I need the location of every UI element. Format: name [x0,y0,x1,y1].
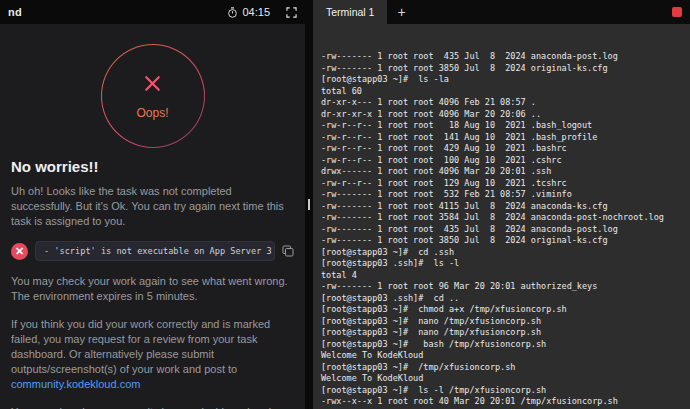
terminal-line: -rw------- 1 root root 3850 Jul 8 2024 o… [321,235,686,247]
terminal-line: total 4 [321,270,686,282]
stopwatch-icon [227,7,238,18]
results-content: Oops! No worries!! Uh oh! Looks like the… [0,24,305,409]
oops-label: Oops! [136,106,168,120]
timer-value: 04:15 [242,6,270,18]
terminal-line: drwx------ 1 root root 4096 Mar 20 20:01… [321,166,686,178]
terminal-tab-label: Terminal 1 [326,6,374,18]
result-heading: No worries!! [11,158,294,175]
new-terminal-tab-button[interactable]: + [387,5,415,19]
error-message-badge: - 'script' is not executable on App Serv… [35,241,275,261]
terminal-line: [root@stapp03 .ssh]# cd .. [321,293,686,305]
dashboard-note: You can also view your results in your d… [11,405,294,409]
terminal-line: -rw-r--r-- 1 root root 429 Aug 10 2021 .… [321,143,686,155]
terminal-line: [root@stapp03 ~]# ls -l /tmp/xfusioncorp… [321,385,686,397]
review-request-text: If you think you did your work correctly… [11,318,270,375]
terminal-line: [root@stapp03 ~]# nano /tmp/xfusioncorp.… [321,327,686,339]
results-panel: nd 04:15 Oops! No worrie [0,0,305,409]
terminal-line: -rw------- 1 root root 435 Jul 8 2024 an… [321,51,686,63]
terminal-line: [root@stapp03 ~]# ls -la [321,74,686,86]
terminal-line: -rw------- 1 root root 96 Mar 20 20:01 a… [321,281,686,293]
terminal-line: -rw-r--r-- 1 root root 100 Aug 10 2021 .… [321,155,686,167]
terminal-line: Welcome To KodeKloud [321,350,686,362]
terminal-output-lines: -rw------- 1 root root 435 Jul 8 2024 an… [321,51,686,408]
review-request-message: If you think you did your work correctly… [11,317,294,392]
task-failed-message: Uh oh! Looks like the task was not compl… [11,184,294,229]
terminal-output[interactable]: -rw------- 1 root root 435 Jul 8 2024 an… [313,24,690,409]
terminal-line: -rw------- 1 root root 532 Feb 21 08:57 … [321,189,686,201]
error-status-icon: ✕ [11,243,28,260]
terminal-line: Welcome To KodeKloud [321,373,686,385]
error-row: ✕ - 'script' is not executable on App Se… [11,241,294,261]
left-top-bar: nd 04:15 [0,0,305,24]
terminal-line: dr-xr-xr-x 1 root root 4096 Mar 20 20:06… [321,109,686,121]
terminal-line: -rw------- 1 root root 3850 Jul 8 2024 o… [321,63,686,75]
window-title-fragment: nd [8,6,22,18]
terminal-line: -rwx--x--x 1 root root 40 Mar 20 20:01 /… [321,396,686,408]
failed-x-icon [141,72,164,99]
resize-grip-bar [308,199,310,210]
oops-circle: Oops! [101,44,205,148]
check-work-message: You may check your work again to see wha… [11,274,294,304]
terminal-line: -rw-r--r-- 1 root root 18 Aug 10 2021 .b… [321,120,686,132]
terminal-line: -rw-r--r-- 1 root root 129 Aug 10 2021 .… [321,178,686,190]
terminal-panel: Terminal 1 + -rw------- 1 root root 435 … [313,0,690,409]
terminal-line: [root@stapp03 .ssh]# ls -l [321,258,686,270]
terminal-line: -rw------- 1 root root 3584 Jul 8 2024 a… [321,212,686,224]
oops-circle-inner: Oops! [102,45,204,147]
terminal-line: [root@stapp03 ~]# bash /tmp/xfusioncorp.… [321,339,686,351]
session-timer: 04:15 [227,6,270,18]
fullscreen-icon[interactable] [286,7,297,18]
stop-button[interactable] [672,7,682,17]
terminal-line: -rw-r--r-- 1 root root 141 Aug 10 2021 .… [321,132,686,144]
terminal-line: -rw------- 1 root root 4115 Jul 8 2024 a… [321,201,686,213]
terminal-line: [root@stapp03 ~]# cd .ssh [321,247,686,259]
community-link[interactable]: community.kodekloud.com [11,378,140,390]
terminal-line: -rw------- 1 root root 435 Jul 8 2024 an… [321,224,686,236]
terminal-line: [root@stapp03 ~]# chmod a+x /tmp/xfusion… [321,304,686,316]
app-window: nd 04:15 Oops! No worrie [0,0,690,409]
copy-icon[interactable] [282,245,294,257]
terminal-line: [root@stapp03 ~]# /tmp/xfusioncorp.sh [321,362,686,374]
terminal-tab[interactable]: Terminal 1 [313,0,387,24]
terminal-line: dr-xr-x--- 1 root root 4096 Feb 21 08:57… [321,97,686,109]
terminal-tabbar: Terminal 1 + [313,0,690,24]
panel-resize-handle[interactable] [305,0,313,409]
terminal-line: [root@stapp03 ~]# nano /tmp/xfusioncorp.… [321,316,686,328]
terminal-line: total 60 [321,86,686,98]
